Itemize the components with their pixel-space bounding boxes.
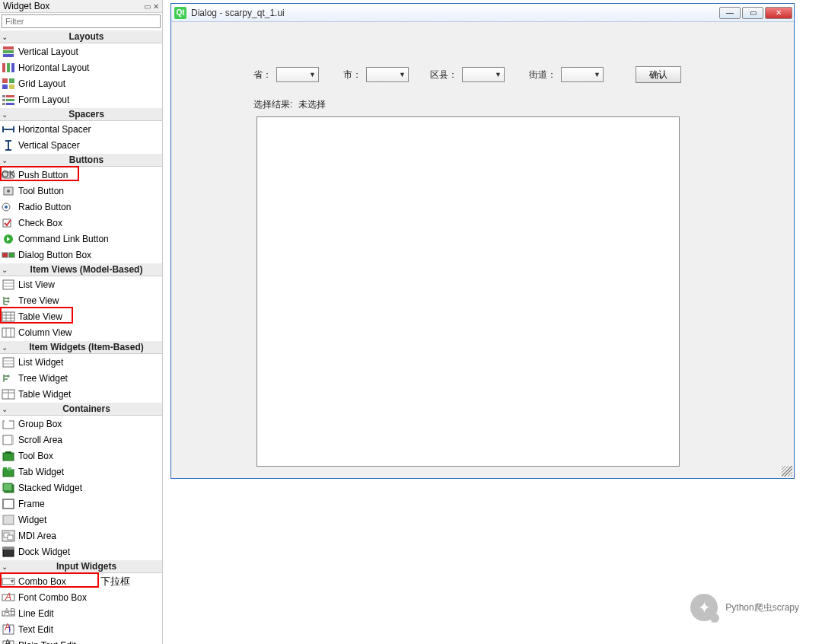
category-header-itemwidgets[interactable]: ⌄Item Widgets (Item-Based) xyxy=(0,340,162,354)
category-header-itemviews[interactable]: ⌄Item Views (Model-Based) xyxy=(0,263,162,276)
tabwidget-icon xyxy=(2,466,15,478)
widget-item-check-box[interactable]: Check Box xyxy=(0,215,162,231)
widget-item-grid-layout[interactable]: Grid Layout xyxy=(0,75,162,91)
widget-item-vertical-spacer[interactable]: Vertical Spacer xyxy=(0,137,162,153)
svg-rect-58 xyxy=(3,515,14,524)
widget-item-label: Font Combo Box xyxy=(18,592,87,603)
widget-item-plain-text-edit[interactable]: AIPlain Text Edit xyxy=(0,637,162,644)
widget-item-label: Horizontal Layout xyxy=(18,62,89,73)
widget-item-combo-box[interactable]: Combo Box下拉框 xyxy=(0,573,162,589)
svg-text:A: A xyxy=(5,591,11,602)
mdi-icon xyxy=(2,530,15,542)
svg-rect-26 xyxy=(3,280,14,289)
widget-item-stacked-widget[interactable]: Stacked Widget xyxy=(0,480,162,496)
widget-item-table-widget[interactable]: Table Widget xyxy=(0,386,162,402)
result-value: 未选择 xyxy=(298,98,326,111)
titlebar[interactable]: Qt Dialog - scarpy_qt_1.ui — ▭ ✕ xyxy=(171,4,794,22)
widget-item-frame[interactable]: Frame xyxy=(0,496,162,512)
widget-item-label: Group Box xyxy=(18,419,62,429)
resize-grip-icon[interactable] xyxy=(782,466,792,477)
svg-text:I: I xyxy=(8,640,11,645)
widget-item-list-view[interactable]: List View xyxy=(0,276,162,292)
widget-item-widget[interactable]: Widget xyxy=(0,512,162,528)
widget-item-tab-widget[interactable]: Tab Widget xyxy=(0,464,162,480)
dialog-form-area[interactable]: 省： ▼ 市： ▼ 区县： ▼ 街道： ▼ 确认 选择结果: 未选择 xyxy=(171,22,794,478)
widget-item-group-box[interactable]: Group Box xyxy=(0,416,162,432)
dock-controls[interactable]: ▭ ✕ xyxy=(144,2,159,11)
category-header-containers[interactable]: ⌄Containers xyxy=(0,402,162,416)
widget-item-label: Radio Button xyxy=(18,202,71,212)
widget-item-font-combo-box[interactable]: AFont Combo Box xyxy=(0,589,162,605)
svg-rect-13 xyxy=(6,99,14,101)
svg-rect-48 xyxy=(3,435,12,445)
result-label: 选择结果: xyxy=(253,98,292,111)
widget-item-label: List View xyxy=(18,279,55,290)
chevron-down-icon: ⌄ xyxy=(2,563,12,571)
chevron-down-icon: ▼ xyxy=(594,71,601,78)
close-button[interactable]: ✕ xyxy=(765,7,792,19)
category-header-buttons[interactable]: ⌄Buttons xyxy=(0,153,162,167)
svg-rect-11 xyxy=(6,95,14,97)
widget-item-scroll-area[interactable]: Scroll Area xyxy=(0,432,162,448)
table-view[interactable] xyxy=(256,116,680,467)
confirm-button[interactable]: 确认 xyxy=(636,66,681,83)
svg-rect-0 xyxy=(3,46,14,49)
widget-item-line-edit[interactable]: ABILine Edit xyxy=(0,605,162,621)
category-label: Spacers xyxy=(12,109,161,120)
category-label: Containers xyxy=(12,403,161,414)
widget-item-table-view[interactable]: Table View xyxy=(0,308,162,324)
widget-item-form-layout[interactable]: Form Layout xyxy=(0,91,162,107)
toolbox-icon xyxy=(2,450,15,462)
category-header-spacers[interactable]: ⌄Spacers xyxy=(0,107,162,121)
svg-rect-1 xyxy=(3,50,14,53)
svg-rect-25 xyxy=(9,253,14,257)
category-label: Item Views (Model-Based) xyxy=(12,264,161,275)
widget-item-list-widget[interactable]: List Widget xyxy=(0,354,162,370)
category-header-inputs[interactable]: ⌄Input Widgets xyxy=(0,560,162,573)
widget-item-dialog-button-box[interactable]: Dialog Button Box xyxy=(0,247,162,263)
svg-rect-7 xyxy=(9,78,14,83)
widget-item-label: Frame xyxy=(18,499,45,509)
widget-item-mdi-area[interactable]: MDI Area xyxy=(0,528,162,544)
widget-item-horizontal-spacer[interactable]: Horizontal Spacer xyxy=(0,121,162,137)
widget-item-label: Table View xyxy=(18,311,62,322)
widget-item-text-edit[interactable]: AIText Edit xyxy=(0,621,162,637)
widget-item-label: Horizontal Spacer xyxy=(18,124,91,135)
widget-item-tree-widget[interactable]: Tree Widget xyxy=(0,370,162,386)
svg-text:I: I xyxy=(8,624,11,635)
watermark: ✦ Python爬虫scrapy xyxy=(690,594,799,621)
svg-text:ABI: ABI xyxy=(4,607,15,617)
form-icon xyxy=(2,94,15,106)
svg-rect-2 xyxy=(3,54,14,57)
hspacer-icon xyxy=(2,123,15,135)
combo-province[interactable]: ▼ xyxy=(276,67,319,82)
widget-item-label: Combo Box xyxy=(18,576,66,587)
widget-item-label: Widget xyxy=(18,515,46,525)
filter-input[interactable] xyxy=(2,14,161,28)
label-city: 市： xyxy=(343,69,362,81)
combo-city[interactable]: ▼ xyxy=(366,67,409,82)
toolbtn-icon xyxy=(2,185,15,197)
treeview-icon xyxy=(2,295,15,307)
combo-street[interactable]: ▼ xyxy=(561,67,604,82)
widget-item-horizontal-layout[interactable]: Horizontal Layout xyxy=(0,59,162,75)
chevron-down-icon: ▼ xyxy=(399,71,406,78)
maximize-button[interactable]: ▭ xyxy=(742,7,763,19)
panel-title: Widget Box xyxy=(3,1,49,11)
widget-item-tool-button[interactable]: Tool Button xyxy=(0,183,162,199)
radio-icon xyxy=(2,201,15,213)
widget-item-push-button[interactable]: OKPush Button xyxy=(0,167,162,183)
minimize-button[interactable]: — xyxy=(719,7,741,19)
widget-item-dock-widget[interactable]: Dock Widget xyxy=(0,544,162,560)
widget-item-radio-button[interactable]: Radio Button xyxy=(0,199,162,215)
widget-item-tool-box[interactable]: Tool Box xyxy=(0,448,162,464)
svg-rect-50 xyxy=(3,453,14,461)
widget-item-command-link-button[interactable]: Command Link Button xyxy=(0,231,162,247)
widget-item-label: Vertical Layout xyxy=(18,46,78,57)
widget-item-tree-view[interactable]: Tree View xyxy=(0,292,162,308)
widget-item-vertical-layout[interactable]: Vertical Layout xyxy=(0,43,162,59)
combo-county[interactable]: ▼ xyxy=(462,67,505,82)
widget-item-column-view[interactable]: Column View xyxy=(0,324,162,340)
category-header-layouts[interactable]: ⌄Layouts xyxy=(0,30,162,43)
stacked-icon xyxy=(2,482,15,494)
